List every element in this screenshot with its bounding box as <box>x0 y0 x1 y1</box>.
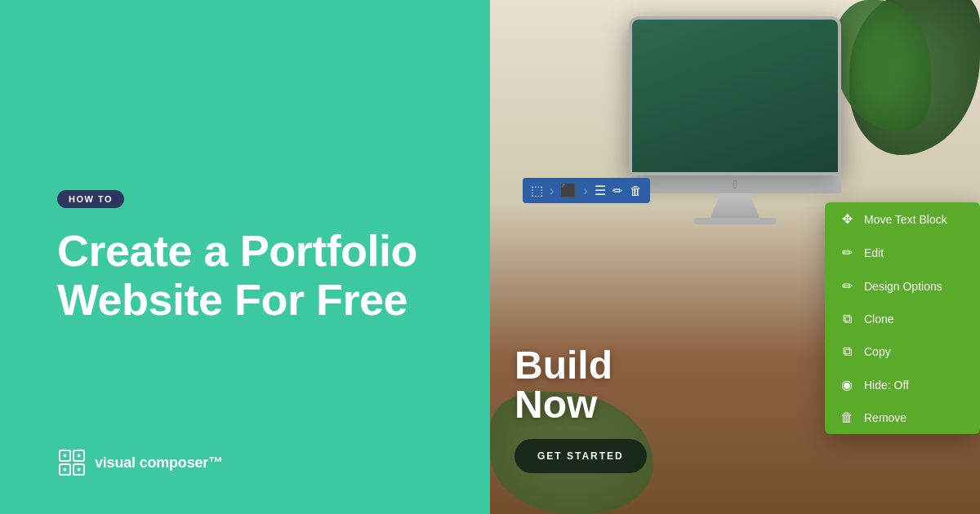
logo-text: visual composer™ <box>95 454 223 472</box>
imac-stand <box>710 193 760 218</box>
svg-point-7 <box>78 468 81 472</box>
menu-label-clone: Clone <box>864 312 894 326</box>
get-started-button[interactable]: GET STARTED <box>514 439 647 473</box>
toolbar-layout-icon[interactable]: ⬚ <box>531 183 543 198</box>
svg-point-6 <box>64 468 67 472</box>
menu-label-move: Move Text Block <box>864 213 947 226</box>
menu-item-copy[interactable]: ⧉ Copy <box>825 335 980 368</box>
menu-label-remove: Remove <box>864 411 906 424</box>
main-container: HOW TO Create a Portfolio Website For Fr… <box>0 0 980 514</box>
logo-area: visual composer™ <box>57 448 223 477</box>
menu-label-copy: Copy <box>864 345 891 358</box>
imac-screen-inner <box>632 20 838 172</box>
imac-display:  <box>621 16 849 224</box>
right-section:  ⬚ › ⬛ › ☰ ✏ 🗑 Build Now GET STARTED ✥ … <box>490 0 980 514</box>
edit-icon: ✏ <box>840 245 854 260</box>
menu-item-hide-off[interactable]: ◉ Hide: Off <box>825 368 980 401</box>
now-text: Now <box>514 385 612 424</box>
menu-label-design: Design Options <box>864 280 942 293</box>
clone-icon: ⧉ <box>840 312 854 326</box>
toolbar-arrow-1: › <box>550 184 554 198</box>
main-title: Create a Portfolio Website For Free <box>57 226 441 325</box>
build-now-overlay: Build Now <box>514 346 612 424</box>
toolbar-arrow-2: › <box>583 184 587 198</box>
imac-base <box>694 218 776 224</box>
imac-screen <box>629 16 841 175</box>
context-menu: ✥ Move Text Block ✏ Edit ✏ Design Option… <box>825 202 980 434</box>
menu-label-edit: Edit <box>864 246 884 259</box>
toolbar-delete-icon[interactable]: 🗑 <box>630 184 642 197</box>
toolbar-text-icon[interactable]: ☰ <box>595 183 606 198</box>
svg-point-4 <box>64 454 67 458</box>
build-text: Build <box>514 346 612 385</box>
hide-icon: ◉ <box>840 377 854 392</box>
design-icon: ✏ <box>840 278 854 294</box>
left-section: HOW TO Create a Portfolio Website For Fr… <box>0 0 490 514</box>
menu-item-move-text-block[interactable]: ✥ Move Text Block <box>825 202 980 236</box>
remove-icon: 🗑 <box>840 410 854 425</box>
title-line1: Create a Portfolio <box>57 226 417 275</box>
apple-logo:  <box>733 178 737 191</box>
editor-toolbar[interactable]: ⬚ › ⬛ › ☰ ✏ 🗑 <box>523 178 650 203</box>
menu-item-clone[interactable]: ⧉ Clone <box>825 303 980 335</box>
menu-item-design-options[interactable]: ✏ Design Options <box>825 269 980 303</box>
svg-point-5 <box>78 454 81 458</box>
toolbar-column-icon[interactable]: ⬛ <box>560 183 577 198</box>
how-to-badge: HOW TO <box>57 190 124 208</box>
move-icon: ✥ <box>840 211 854 227</box>
toolbar-edit-icon[interactable]: ✏ <box>612 184 623 198</box>
title-line2: Website For Free <box>57 275 408 324</box>
copy-icon: ⧉ <box>840 344 854 359</box>
logo-icon <box>57 448 87 477</box>
menu-item-edit[interactable]: ✏ Edit <box>825 236 980 269</box>
menu-item-remove[interactable]: 🗑 Remove <box>825 401 980 434</box>
imac-chin:  <box>629 175 841 193</box>
menu-label-hide: Hide: Off <box>864 379 909 392</box>
